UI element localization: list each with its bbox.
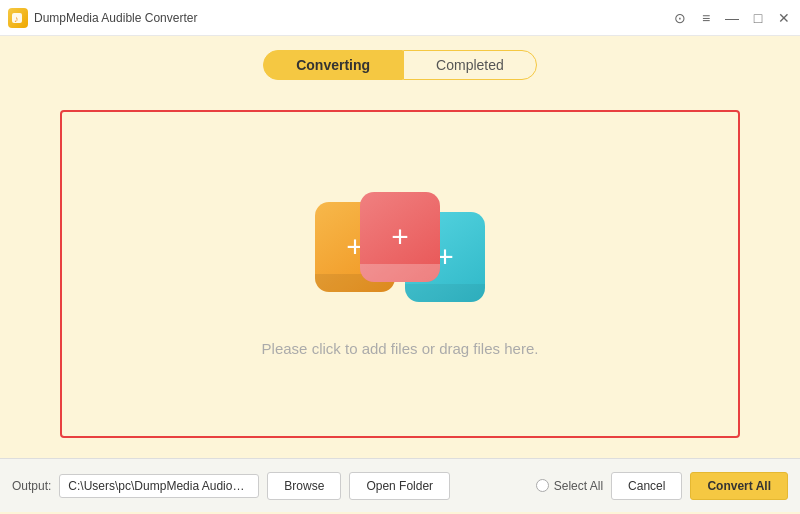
output-path: C:\Users\pc\DumpMedia AudioBook Converte [59,474,259,498]
add-books-icon: + + + [300,192,500,322]
tab-completed[interactable]: Completed [403,50,537,80]
window-controls: ⊙ ≡ — □ ✕ [672,10,792,26]
select-all-radio[interactable] [536,479,549,492]
maximize-button[interactable]: □ [750,10,766,26]
title-left: ♪ DumpMedia Audible Converter [8,8,197,28]
title-bar: ♪ DumpMedia Audible Converter ⊙ ≡ — □ ✕ [0,0,800,36]
menu-icon[interactable]: ≡ [698,10,714,26]
book-bottom-right [405,284,485,302]
drop-zone[interactable]: + + + Please click to add files or drag … [60,110,740,438]
select-all-group[interactable]: Select All [536,479,603,493]
app-title: DumpMedia Audible Converter [34,11,197,25]
svg-text:♪: ♪ [14,14,19,24]
select-all-label: Select All [554,479,603,493]
open-folder-button[interactable]: Open Folder [349,472,450,500]
tab-bar: Converting Completed [0,36,800,90]
close-button[interactable]: ✕ [776,10,792,26]
book-icon-center: + [360,192,440,282]
cancel-button[interactable]: Cancel [611,472,682,500]
output-label: Output: [12,479,51,493]
tab-converting[interactable]: Converting [263,50,403,80]
drop-hint-text: Please click to add files or drag files … [262,340,539,357]
browse-button[interactable]: Browse [267,472,341,500]
plus-icon-center: + [391,222,409,252]
convert-all-button[interactable]: Convert All [690,472,788,500]
book-bottom-center [360,264,440,282]
bottom-bar: Output: C:\Users\pc\DumpMedia AudioBook … [0,458,800,512]
minimize-button[interactable]: — [724,10,740,26]
app-icon: ♪ [8,8,28,28]
account-icon[interactable]: ⊙ [672,10,688,26]
main-content: + + + Please click to add files or drag … [0,90,800,458]
